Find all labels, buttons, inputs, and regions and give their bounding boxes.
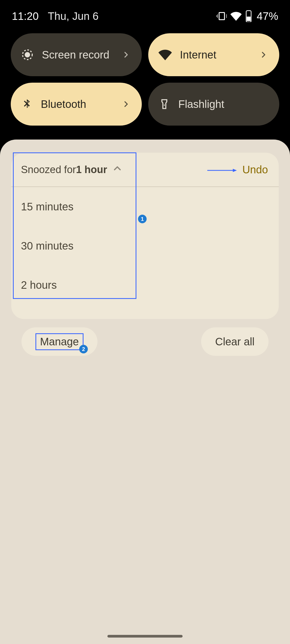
chevron-right-icon [122,51,130,59]
status-bar: 11:20 Thu, Jun 6 47% [0,0,290,32]
wifi-icon [230,10,242,22]
tile-screen-record[interactable]: Screen record [11,33,142,76]
bluetooth-icon [21,98,33,110]
svg-rect-0 [247,17,251,21]
manage-label: Manage [35,333,84,350]
snoozed-notification-card[interactable]: Snoozed for 1 hour Undo 15 minutes 30 mi… [11,153,279,319]
quick-settings: Screen record Internet Bluetooth Flashli… [0,32,290,142]
snooze-option-30m[interactable]: 30 minutes [11,226,279,265]
status-time: 11:20 [12,10,39,22]
tile-label: Flashlight [178,98,267,110]
nav-handle[interactable] [107,635,183,638]
screen-record-icon [21,48,34,61]
notification-shade: Snoozed for 1 hour Undo 15 minutes 30 mi… [0,140,290,644]
battery-icon [245,10,252,22]
undo-arrow-icon [207,164,237,175]
clear-all-button[interactable]: Clear all [201,327,269,356]
snooze-duration: 1 hour [76,164,107,175]
tile-flashlight[interactable]: Flashlight [148,83,279,126]
tile-bluetooth[interactable]: Bluetooth [11,83,142,126]
chevron-right-icon [122,100,130,108]
chevron-right-icon [259,51,267,59]
snoozed-for-label: Snoozed for [21,164,76,175]
battery-percent: 47% [257,10,278,22]
status-icons: 47% [216,10,278,22]
tile-label: Screen record [42,49,114,61]
svg-point-2 [25,53,30,57]
tile-label: Internet [180,49,251,61]
vibrate-icon [216,11,227,21]
svg-marker-5 [233,169,237,172]
chevron-up-icon[interactable] [113,164,122,176]
snooze-option-2h[interactable]: 2 hours [11,265,279,305]
tile-internet[interactable]: Internet [148,33,279,76]
flashlight-icon [158,98,170,110]
tutorial-badge-2: 2 [79,345,88,353]
snooze-header[interactable]: Snoozed for 1 hour Undo [11,153,279,187]
tutorial-badge-1: 1 [138,215,147,223]
wifi-icon [158,48,172,61]
status-date: Thu, Jun 6 [48,10,99,22]
undo-button[interactable]: Undo [242,164,268,176]
tile-label: Bluetooth [41,98,114,110]
